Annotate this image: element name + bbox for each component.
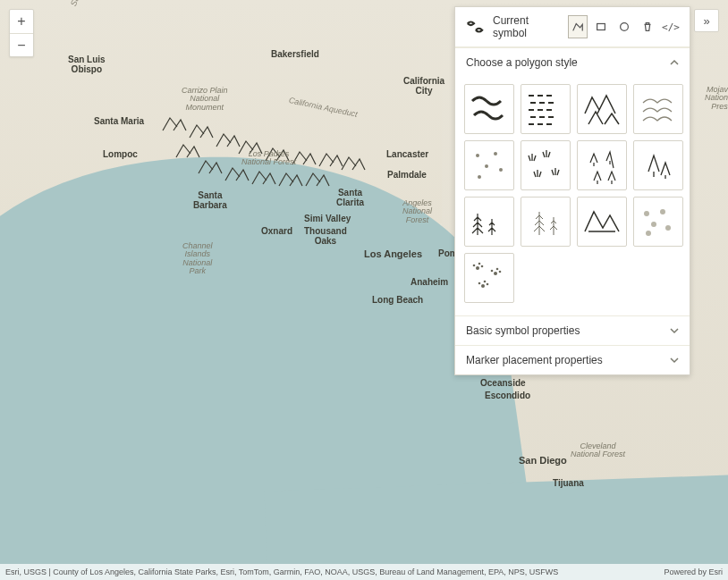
label-san-luis-obispo: San LuisObispo	[68, 55, 106, 74]
label-anaheim: Anaheim	[411, 278, 448, 288]
style-peaks-mixed[interactable]	[577, 197, 627, 247]
tab-code[interactable]: </>	[661, 15, 681, 38]
style-shrubs-fade[interactable]	[633, 197, 683, 247]
svg-point-16	[494, 272, 497, 275]
label-oxnard: Oxnard	[261, 227, 292, 237]
label-san-diego: San Diego	[519, 456, 567, 467]
svg-point-9	[651, 222, 656, 227]
label-angeles-nf: AngelesNationalForest	[402, 199, 432, 224]
svg-point-12	[476, 266, 479, 270]
style-tree-line-right[interactable]	[521, 197, 571, 247]
svg-point-7	[644, 211, 649, 216]
current-symbol-label: Current symbol	[493, 14, 561, 39]
svg-point-20	[481, 284, 485, 288]
label-palmdale: Palmdale	[387, 171, 427, 181]
svg-point-2	[476, 154, 479, 157]
svg-point-10	[665, 225, 671, 231]
section-basic-props[interactable]: Basic symbol properties	[455, 315, 690, 345]
svg-point-8	[660, 209, 665, 214]
label-tijuana: Tijuana	[553, 479, 584, 489]
label-lompoc: Lompoc	[103, 150, 138, 160]
section-choose-style[interactable]: Choose a polygon style	[455, 47, 690, 77]
zoom-control: + −	[9, 9, 34, 57]
label-channel-islands: ChannelIslandsNationalPark	[182, 242, 213, 276]
label-cleveland-nf: ClevelandNational Forest	[571, 442, 625, 459]
label-santa-barbara: SantaBarbara	[193, 191, 227, 210]
label-santa-clarita: SantaClarita	[336, 189, 364, 207]
section-basic-props-label: Basic symbol properties	[466, 324, 580, 337]
svg-point-3	[494, 152, 497, 156]
powered-by[interactable]: Powered by Esri	[664, 567, 723, 576]
label-long-beach: Long Beach	[372, 296, 423, 306]
svg-point-14	[473, 265, 476, 267]
svg-point-11	[646, 231, 651, 236]
svg-point-1	[621, 23, 629, 31]
style-conifers-pair[interactable]	[633, 140, 683, 190]
chevron-down-icon	[670, 326, 679, 335]
style-mountains-blur[interactable]	[633, 84, 683, 134]
label-california-city: CaliforniaCity	[403, 77, 444, 96]
symbol-type-tabs: </>	[568, 15, 681, 38]
section-marker-props[interactable]: Marker placement properties	[455, 345, 690, 374]
style-grass-tufts[interactable]	[521, 140, 571, 190]
section-marker-props-label: Marker placement properties	[466, 354, 603, 366]
svg-point-22	[478, 282, 481, 285]
tab-circle[interactable]	[614, 15, 634, 38]
collapse-panel-button[interactable]: »	[694, 9, 719, 32]
panel-header: Current symbol </>	[455, 7, 690, 47]
svg-point-18	[491, 270, 494, 273]
zoom-out-button[interactable]: −	[10, 33, 33, 56]
label-lancaster: Lancaster	[386, 150, 428, 160]
style-dash-texture[interactable]	[521, 84, 571, 134]
tab-trash[interactable]	[638, 15, 657, 38]
chevron-down-icon	[670, 356, 679, 365]
label-carrizo: Carrizo PlainNationalMonument	[182, 87, 228, 112]
style-mountains-sharp[interactable]	[577, 84, 627, 134]
tab-rect[interactable]	[591, 15, 611, 38]
svg-point-4	[485, 164, 488, 168]
label-mojave: MojaveNationalPres	[705, 86, 728, 111]
section-choose-style-label: Choose a polygon style	[466, 56, 578, 69]
label-los-angeles: Los Angeles	[364, 249, 422, 260]
style-brush-waves[interactable]	[464, 84, 514, 134]
label-simi-valley: Simi Valley	[304, 214, 351, 224]
label-bakersfield: Bakersfield	[271, 50, 319, 60]
attribution-bar: Esri, USGS | County of Los Angeles, Cali…	[0, 564, 728, 580]
svg-point-17	[499, 271, 502, 273]
label-thousand-oaks: ThousandOaks	[304, 227, 347, 246]
tab-polygon[interactable]	[568, 15, 588, 38]
zoom-in-button[interactable]: +	[10, 10, 33, 33]
svg-rect-0	[597, 24, 605, 30]
label-los-padres: Los PadresNational Forest	[241, 150, 296, 167]
style-dots-sparse[interactable]	[464, 140, 514, 190]
current-symbol-swatch	[464, 16, 486, 38]
style-tree-line-left[interactable]	[464, 197, 514, 247]
label-oceanside: Oceanside	[480, 379, 526, 389]
style-conifers-small[interactable]	[577, 140, 627, 190]
svg-point-15	[478, 263, 481, 265]
label-escondido: Escondido	[485, 391, 530, 401]
svg-point-19	[496, 268, 499, 271]
style-pawprints[interactable]	[464, 253, 514, 303]
attribution-text: Esri, USGS | County of Los Angeles, Cali…	[5, 567, 558, 576]
svg-point-23	[484, 281, 487, 283]
svg-point-21	[487, 283, 489, 286]
style-panel: Current symbol </> Choose a polygon styl…	[454, 6, 690, 375]
label-santa-maria: Santa Maria	[94, 117, 144, 127]
chevron-up-icon	[670, 58, 679, 67]
svg-point-6	[478, 175, 481, 179]
svg-point-13	[481, 265, 484, 268]
style-grid	[455, 77, 690, 315]
svg-point-5	[499, 168, 503, 172]
